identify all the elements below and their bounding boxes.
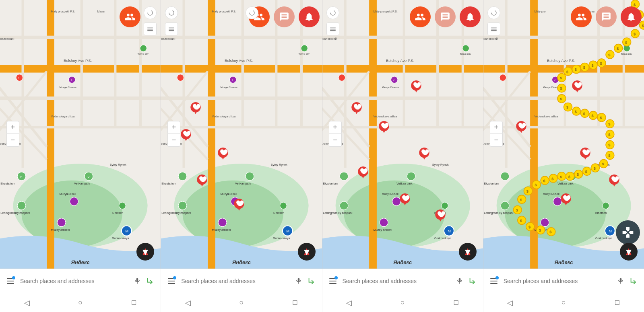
svg-point-194 (501, 201, 509, 210)
svg-text:Mirage Cinema: Mirage Cinema (59, 86, 76, 88)
svg-text:M: M (125, 229, 128, 233)
svg-rect-8 (22, 0, 24, 168)
svg-text:Ekzotarium: Ekzotarium (484, 182, 499, 185)
svg-text:Muzey artillerii: Muzey artillerii (373, 228, 392, 232)
zoom-out-1[interactable]: − (6, 134, 19, 147)
back-btn-1[interactable]: ◁ (20, 296, 34, 310)
notification-dot-2 (173, 276, 176, 279)
svg-point-93 (250, 10, 254, 15)
svg-text:Vedenskaya ulitsa: Vedenskaya ulitsa (534, 115, 558, 118)
mic-btn-2[interactable] (292, 275, 305, 287)
svg-point-79 (218, 218, 227, 227)
chat-fab-4[interactable] (596, 6, 617, 27)
svg-text:Muzyik-Kholl: Muzyik-Kholl (221, 192, 237, 196)
mic-btn-3[interactable] (453, 275, 466, 287)
mic-btn-1[interactable] (131, 275, 144, 287)
people-fab-1[interactable] (120, 6, 140, 27)
svg-point-29 (70, 197, 78, 206)
chat-fab-2[interactable] (274, 6, 295, 27)
menu-btn-3[interactable] (326, 275, 339, 287)
chat-fab-3[interactable] (435, 6, 456, 27)
recents-btn-1[interactable]: □ (127, 296, 141, 310)
compass-3[interactable] (459, 243, 477, 261)
menu-btn-1[interactable] (4, 275, 17, 287)
map-panel-4: Bolshoy Ave P.S. Чкаловский Maly pro P.S… (483, 0, 644, 269)
zoom-out-4[interactable]: − (490, 134, 503, 147)
menu-btn-2[interactable] (165, 275, 178, 287)
recents-btn-2[interactable]: □ (288, 296, 302, 310)
svg-text:$: $ (591, 113, 594, 118)
routes-btn-1[interactable] (144, 275, 157, 287)
svg-text:$: $ (566, 105, 569, 109)
svg-text:M: M (448, 229, 451, 233)
people-fab-3[interactable] (410, 6, 431, 27)
svg-point-190 (501, 172, 509, 181)
routes-btn-4[interactable] (627, 275, 640, 287)
svg-text:$: $ (560, 174, 562, 179)
home-btn-2[interactable]: ○ (234, 296, 249, 310)
svg-text:$: $ (602, 162, 604, 166)
home-btn-3[interactable]: ○ (395, 296, 410, 310)
svg-text:$: $ (560, 96, 562, 101)
back-btn-2[interactable]: ◁ (181, 296, 195, 310)
svg-point-198 (541, 218, 549, 227)
compass-4[interactable] (620, 243, 638, 261)
nav-section-4: ◁ ○ □ (483, 293, 644, 312)
svg-point-77 (231, 197, 239, 206)
compass-1[interactable] (136, 243, 154, 261)
svg-text:Velikan park: Velikan park (235, 182, 251, 185)
search-input-1[interactable] (17, 278, 131, 284)
back-btn-4[interactable]: ◁ (503, 296, 517, 310)
svg-text:Ekzotarium: Ekzotarium (162, 182, 177, 185)
svg-text:$: $ (608, 53, 611, 57)
svg-text:$: $ (549, 230, 552, 234)
svg-text:$: $ (575, 109, 577, 114)
svg-text:Mirage Cinema: Mirage Cinema (382, 86, 399, 88)
zoom-in-4[interactable]: + (490, 121, 503, 134)
mic-btn-4[interactable] (614, 275, 627, 287)
recents-btn-4[interactable]: □ (610, 296, 624, 310)
svg-point-42 (16, 74, 23, 81)
home-btn-1[interactable]: ○ (73, 296, 88, 310)
search-input-3[interactable] (339, 278, 453, 284)
zoom-out-3[interactable]: − (329, 134, 342, 147)
bell-fab-2[interactable] (299, 6, 320, 27)
routes-btn-3[interactable] (466, 275, 479, 287)
svg-text:Sytny Rynok: Sytny Rynok (271, 163, 287, 166)
routes-btn-2[interactable] (305, 275, 318, 287)
map-panel-2: Bolshoy Ave P.S. Чкаловский Maly prospek… (161, 0, 322, 269)
zoom-in-1[interactable]: + (6, 121, 19, 134)
svg-text:Чкаловский: Чкаловский (483, 37, 498, 41)
back-btn-3[interactable]: ◁ (342, 296, 356, 310)
search-input-2[interactable] (178, 278, 292, 284)
svg-text:Gorkovskaya: Gorkovskaya (273, 236, 291, 240)
svg-point-36 (119, 202, 126, 209)
zoom-out-2[interactable]: − (167, 134, 180, 147)
search-input-4[interactable] (500, 278, 614, 284)
zoom-in-3[interactable]: + (329, 121, 342, 134)
svg-text:Чкаловский: Чкаловский (322, 37, 337, 41)
recents-btn-3[interactable]: □ (449, 296, 463, 310)
home-btn-4[interactable]: ○ (556, 296, 571, 310)
bell-fab-3[interactable] (460, 6, 481, 27)
svg-point-46 (148, 10, 153, 15)
svg-rect-117 (402, 0, 405, 126)
people-fab-4[interactable] (571, 6, 592, 27)
menu-btn-4[interactable] (487, 275, 500, 287)
svg-text:$: $ (617, 46, 619, 51)
svg-text:Tokyo city: Tokyo city (138, 52, 149, 55)
svg-text:Muzyik-Kholl: Muzyik-Kholl (59, 192, 76, 196)
zoom-controls-2: + − (167, 121, 180, 147)
svg-text:M: M (609, 229, 612, 233)
svg-point-44 (140, 45, 147, 52)
svg-point-91 (301, 45, 308, 52)
nav-section-2: ◁ ○ □ (161, 293, 322, 312)
svg-text:V: V (87, 175, 90, 179)
svg-text:♪: ♪ (71, 78, 72, 82)
zoom-in-2[interactable]: + (167, 121, 180, 134)
bell-fab-4[interactable] (621, 6, 642, 27)
gamepad-fab-4[interactable] (616, 220, 640, 244)
svg-point-137 (380, 218, 388, 227)
panels-row: Bolshoy Ave P.S. Чкаловский Maly prospek… (0, 0, 644, 269)
compass-2[interactable] (298, 243, 316, 261)
